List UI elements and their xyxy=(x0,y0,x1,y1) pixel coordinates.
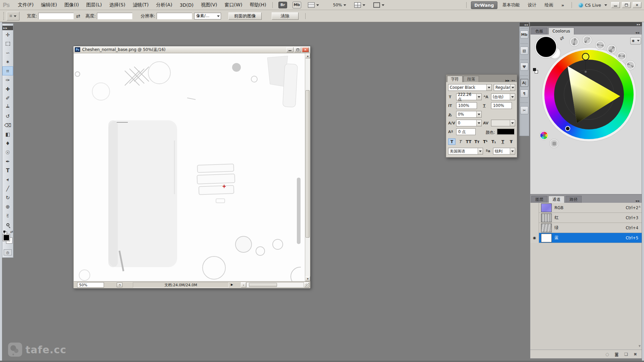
menu-help[interactable]: 帮助(H) xyxy=(246,0,270,10)
small-caps-button[interactable]: Tᴛ xyxy=(473,138,481,145)
channel-row-blue[interactable]: ◉ 蓝 Ctrl+5 xyxy=(530,233,642,243)
hue-marker[interactable] xyxy=(582,53,589,60)
history-brush-tool[interactable]: ↺ xyxy=(2,112,13,121)
rectangular-marquee-tool[interactable] xyxy=(2,39,13,48)
panel-menu-icon[interactable]: ▾≡ xyxy=(636,199,642,203)
eraser-tool[interactable]: ⌫ xyxy=(2,121,13,130)
tab-paragraph[interactable]: 段落 xyxy=(464,76,479,82)
swap-width-height-icon[interactable]: ⇄ xyxy=(76,13,80,19)
tab-paths[interactable]: 路径 xyxy=(566,196,582,203)
superscript-button[interactable]: T¹ xyxy=(482,138,489,145)
dropdown-button[interactable] xyxy=(510,94,515,100)
panel-button-history[interactable]: ▧ xyxy=(520,47,528,55)
scroll-down-button[interactable]: ▼ xyxy=(305,276,310,281)
faux-bold-button[interactable]: T xyxy=(448,138,455,145)
menu-window[interactable]: 窗口(W) xyxy=(221,0,246,10)
app-minimize-button[interactable] xyxy=(611,2,620,8)
document-canvas[interactable]: + xyxy=(74,53,305,281)
delete-channel-button[interactable]: ✖ xyxy=(634,352,637,357)
color-wheel[interactable] xyxy=(544,50,634,139)
workspace-button-essentials[interactable]: 基本功能 xyxy=(499,1,523,9)
strikethrough-button[interactable]: Ŧ xyxy=(507,138,515,145)
crop-width-input[interactable] xyxy=(38,13,74,19)
channel-row-red[interactable]: 红 Ctrl+3 xyxy=(530,213,642,223)
harmony-dial-icon[interactable] xyxy=(595,40,605,50)
brush-tool[interactable]: ✐ xyxy=(2,94,13,103)
move-tool[interactable]: ✛ xyxy=(2,30,13,39)
channel-thumbnail[interactable] xyxy=(541,234,552,242)
load-selection-button[interactable]: ◌ xyxy=(605,352,609,357)
arrange-documents-button[interactable] xyxy=(353,1,367,9)
dropdown-button[interactable] xyxy=(510,148,515,154)
blur-tool[interactable]: ♦ xyxy=(2,139,13,148)
workspace-button-design[interactable]: 设计 xyxy=(525,1,540,9)
gradient-tool[interactable]: ◧ xyxy=(2,130,13,139)
tab-channels[interactable]: 通道 xyxy=(548,196,565,203)
gamut-lock-icon[interactable] xyxy=(550,139,558,148)
save-selection-button[interactable]: ◙ xyxy=(615,352,619,357)
tab-swatches[interactable]: 色板 xyxy=(531,27,547,35)
scroll-down-icon[interactable]: ▼ xyxy=(639,345,641,348)
dropdown-button[interactable] xyxy=(476,120,481,126)
launch-minibridge-button[interactable]: Mb xyxy=(292,2,301,8)
menu-layer[interactable]: 图层(L) xyxy=(83,0,106,10)
dropdown-button[interactable] xyxy=(476,94,481,100)
panel-button-clone-source[interactable]: Ψ xyxy=(520,63,528,71)
crop-resolution-input[interactable] xyxy=(157,13,192,19)
doc-restore-button[interactable] xyxy=(294,47,301,52)
tab-character[interactable]: 字符 xyxy=(447,76,463,82)
faux-italic-button[interactable]: T xyxy=(457,138,464,145)
default-colors-icon[interactable] xyxy=(533,68,538,73)
clear-button[interactable]: 清除 xyxy=(272,12,299,20)
crop-height-input[interactable] xyxy=(97,13,132,19)
path-selection-tool[interactable]: ➤ xyxy=(2,175,13,184)
panel-button-character[interactable]: A| xyxy=(520,79,528,87)
panel-button-paragraph[interactable]: ¶ xyxy=(520,89,528,98)
panel-menu-icon[interactable]: ▾≡ xyxy=(512,79,515,82)
launch-bridge-button[interactable]: Br xyxy=(278,2,287,8)
menu-filter[interactable]: 滤镜(T) xyxy=(129,0,152,10)
underline-button[interactable]: T xyxy=(499,138,506,145)
tab-coolorus[interactable]: Coolorus xyxy=(548,27,574,35)
baseline-shift-input[interactable]: 0 点 xyxy=(456,128,476,135)
menu-edit[interactable]: 编辑(E) xyxy=(37,0,61,10)
menu-analysis[interactable]: 分析(A) xyxy=(152,0,176,10)
panel-menu-icon[interactable]: ▾≡ xyxy=(636,31,642,35)
front-image-button[interactable]: 前面的图像 xyxy=(228,12,262,20)
type-tool[interactable]: T xyxy=(2,166,13,175)
font-style-dropdown[interactable]: Regular xyxy=(494,84,515,91)
panel-button-tool-presets[interactable]: ✂ xyxy=(520,106,528,114)
harmony-dial-icon[interactable] xyxy=(581,35,593,47)
harmony-dial-icon[interactable] xyxy=(570,37,579,46)
cs-live-button[interactable]: CS Live xyxy=(576,3,609,8)
coolorus-settings-button[interactable]: ✺ xyxy=(630,37,641,45)
menu-file[interactable]: 文件(F) xyxy=(14,0,37,10)
panel-button-mini-bridge[interactable]: Mb xyxy=(520,31,528,39)
status-zoom-field[interactable]: 50% xyxy=(77,282,104,288)
pen-tool[interactable]: ✒ xyxy=(2,157,13,166)
foreground-color-circle[interactable] xyxy=(535,36,557,58)
vertical-scrollbar[interactable]: ▲ ▼ xyxy=(305,53,310,281)
3d-orbit-tool[interactable]: ⊕ xyxy=(2,202,13,211)
menu-3d[interactable]: 3D(D) xyxy=(176,0,197,10)
resolution-unit-dropdown[interactable]: 像素/... xyxy=(194,13,221,19)
document-title-bar[interactable]: Ps Cheshen_normal_base.png @ 50%(蓝/16) ✕ xyxy=(73,46,310,53)
visibility-toggle[interactable] xyxy=(530,223,539,233)
workspace-overflow-button[interactable]: » xyxy=(558,2,567,9)
status-popup-button[interactable]: ▶ xyxy=(231,283,233,286)
tsume-dropdown[interactable]: 0% xyxy=(456,111,482,118)
crop-tool[interactable]: ⌗ xyxy=(2,66,13,75)
foreground-color-swatch[interactable] xyxy=(3,234,10,241)
color-mode-icon[interactable] xyxy=(540,131,548,140)
zoom-level-dropdown[interactable]: 50% xyxy=(326,1,348,9)
view-extras-button[interactable] xyxy=(307,1,320,9)
swap-colors-icon[interactable]: ⇄ xyxy=(559,35,565,42)
quick-mask-button[interactable]: ◎ xyxy=(4,249,12,255)
clone-stamp-tool[interactable]: ┷ xyxy=(2,103,13,112)
horizontal-scrollbar[interactable] xyxy=(246,282,304,288)
3d-rotate-tool[interactable]: ↻ xyxy=(2,193,13,202)
horizontal-scroll-thumb[interactable] xyxy=(249,283,277,287)
screen-mode-button[interactable] xyxy=(372,1,386,9)
app-close-button[interactable]: ✕ xyxy=(633,2,641,8)
toolbox-collapse-button[interactable]: ▶▶ xyxy=(2,26,13,30)
